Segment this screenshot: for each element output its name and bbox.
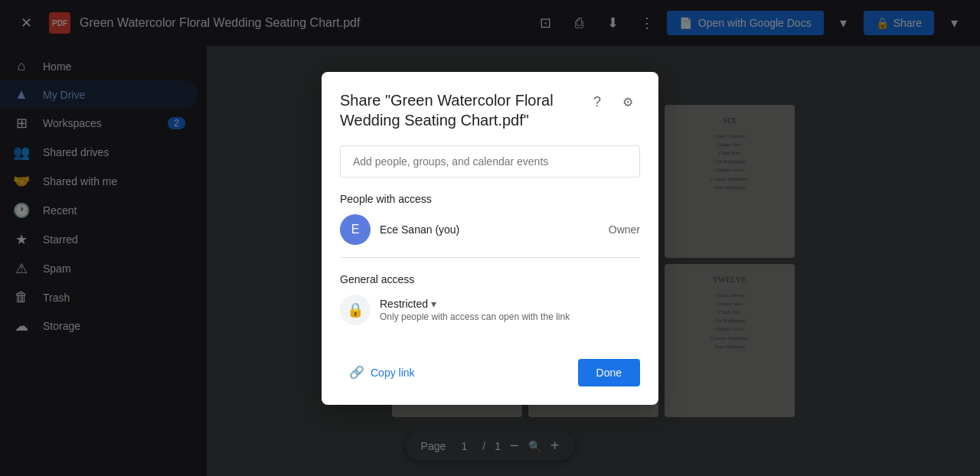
owner-label: Owner	[609, 223, 640, 236]
dialog-header-icons: ? ⚙	[585, 90, 640, 115]
gear-icon: ⚙	[622, 95, 633, 109]
access-info: Restricted ▾ Only people with access can…	[380, 298, 640, 322]
dialog-footer: 🔗 Copy link Done	[322, 359, 658, 405]
general-access: General access 🔒 Restricted ▾ Only peopl…	[340, 273, 640, 325]
person-row: E Ece Sanan (you) Owner	[340, 214, 640, 245]
general-access-title: General access	[340, 273, 640, 285]
dialog-header: Share "Green Watercolor Floral Wedding S…	[322, 72, 658, 130]
avatar: E	[340, 214, 371, 245]
access-type-button[interactable]: Restricted ▾	[380, 298, 436, 310]
access-row: 🔒 Restricted ▾ Only people with access c…	[340, 295, 640, 325]
done-button[interactable]: Done	[578, 359, 640, 386]
share-dialog: Share "Green Watercolor Floral Wedding S…	[322, 72, 658, 405]
settings-button[interactable]: ⚙	[616, 90, 640, 115]
help-icon: ?	[593, 94, 601, 110]
dialog-title: Share "Green Watercolor Floral Wedding S…	[340, 90, 576, 130]
people-with-access-title: People with access	[340, 193, 640, 205]
access-type-label: Restricted	[380, 298, 428, 310]
access-chevron-icon: ▾	[431, 298, 436, 310]
link-icon: 🔗	[349, 365, 364, 380]
copy-link-button[interactable]: 🔗 Copy link	[340, 359, 424, 386]
access-icon: 🔒	[340, 295, 371, 325]
divider	[340, 257, 640, 258]
person-name: Ece Sanan (you)	[380, 223, 599, 236]
dialog-body: People with access E Ece Sanan (you) Own…	[322, 130, 658, 344]
access-description: Only people with access can open with th…	[380, 311, 640, 322]
person-info: Ece Sanan (you)	[380, 223, 599, 236]
modal-overlay: Share "Green Watercolor Floral Wedding S…	[0, 0, 980, 476]
add-people-input[interactable]	[340, 145, 640, 178]
lock-icon: 🔒	[347, 302, 364, 318]
help-button[interactable]: ?	[585, 90, 609, 115]
